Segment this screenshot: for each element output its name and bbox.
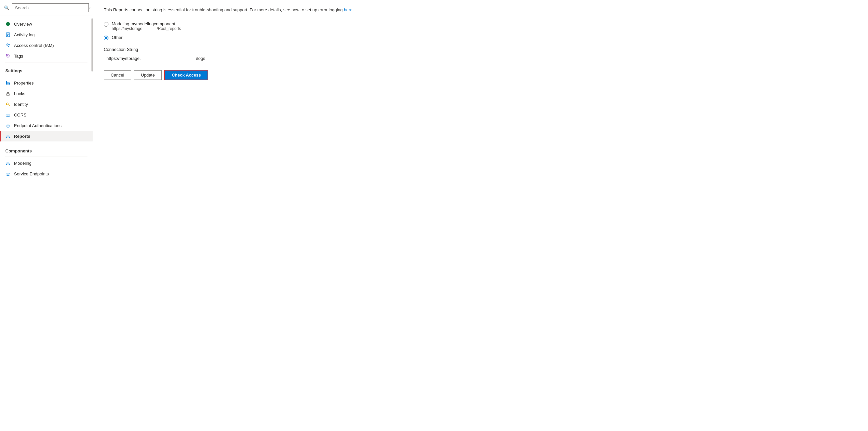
svg-point-18 — [8, 114, 10, 115]
search-icon: 🔍 — [4, 5, 9, 10]
check-access-button[interactable]: Check Access — [164, 70, 208, 80]
sidebar-item-locks[interactable]: Locks — [0, 88, 93, 99]
connection-string-input[interactable] — [104, 54, 403, 63]
sidebar-item-label: Access control (IAM) — [14, 43, 54, 48]
sidebar-item-overview[interactable]: Overview — [0, 19, 93, 29]
svg-point-26 — [8, 136, 10, 137]
nav-divider-4 — [5, 156, 88, 156]
button-row: Cancel Update Check Access — [104, 70, 857, 80]
info-text: This Reports connection string is essent… — [104, 7, 857, 13]
doc-icon — [5, 32, 11, 37]
search-bar: 🔍 — [0, 0, 93, 16]
sidebar-item-reports[interactable]: Reports — [0, 131, 93, 141]
sidebar-item-label: Properties — [14, 81, 34, 86]
info-link[interactable]: here. — [344, 7, 354, 12]
bars-icon — [5, 80, 11, 86]
radio-other[interactable] — [104, 36, 108, 40]
sidebar-item-label: Identity — [14, 102, 28, 107]
sidebar-item-label: Reports — [14, 134, 30, 139]
svg-point-22 — [8, 125, 10, 126]
svg-point-5 — [7, 44, 8, 45]
radio-option-modeling: Modeling mymodelingcomponent https://mys… — [104, 21, 857, 31]
cloud5-icon — [5, 171, 11, 176]
svg-point-34 — [8, 173, 10, 175]
sidebar-item-label: Endpoint Authentications — [14, 123, 62, 128]
nav-divider-3 — [5, 143, 88, 143]
svg-point-30 — [8, 163, 10, 164]
sidebar-item-label: Locks — [14, 91, 25, 96]
sidebar-item-label: Overview — [14, 22, 32, 27]
settings-section-label: Settings — [0, 64, 93, 75]
cloud-icon — [5, 112, 11, 117]
svg-point-6 — [9, 44, 10, 45]
svg-rect-2 — [7, 34, 9, 34]
svg-rect-8 — [6, 81, 7, 85]
tag-icon — [5, 53, 11, 59]
svg-rect-11 — [7, 93, 9, 95]
svg-rect-10 — [9, 83, 10, 85]
svg-point-0 — [6, 22, 10, 26]
sidebar-nav: Overview Activity log Access control (IA… — [0, 16, 93, 431]
sidebar-item-activity-log[interactable]: Activity log — [0, 29, 93, 40]
sidebar-item-properties[interactable]: Properties — [0, 78, 93, 88]
nav-divider-2 — [5, 76, 88, 76]
connection-string-section: Connection String — [104, 47, 857, 63]
cloud2-icon — [5, 123, 11, 128]
svg-rect-9 — [8, 82, 9, 85]
cancel-button[interactable]: Cancel — [104, 70, 131, 80]
sidebar-item-label: Service Endpoints — [14, 171, 49, 176]
people-icon — [5, 42, 11, 48]
radio-group: Modeling mymodelingcomponent https://mys… — [104, 21, 857, 40]
svg-rect-3 — [7, 35, 9, 35]
sidebar-item-access-control[interactable]: Access control (IAM) — [0, 40, 93, 51]
radio-other-label[interactable]: Other — [112, 35, 123, 40]
key-icon — [5, 102, 11, 107]
sidebar-item-identity[interactable]: Identity — [0, 99, 93, 110]
cloud3-icon — [5, 134, 11, 139]
radio-modeling[interactable] — [104, 22, 108, 27]
cloud4-icon — [5, 161, 11, 166]
sidebar-item-label: Tags — [14, 54, 23, 59]
sidebar-item-label: Activity log — [14, 32, 35, 37]
radio-modeling-main-text: Modeling mymodelingcomponent — [112, 21, 181, 26]
sidebar-item-modeling[interactable]: Modeling — [0, 158, 93, 168]
search-input[interactable] — [12, 3, 89, 12]
components-section-label: Components — [0, 144, 93, 155]
sidebar-item-label: Modeling — [14, 161, 32, 166]
sidebar-item-service-endpoints[interactable]: Service Endpoints — [0, 168, 93, 179]
sidebar-item-endpoint-auth[interactable]: Endpoint Authentications — [0, 120, 93, 131]
sidebar-item-tags[interactable]: Tags — [0, 51, 93, 61]
main-content: This Reports connection string is essent… — [93, 0, 868, 431]
radio-modeling-label[interactable]: Modeling mymodelingcomponent https://mys… — [112, 21, 181, 31]
nav-divider — [5, 63, 88, 63]
scrollbar[interactable] — [91, 18, 93, 71]
svg-point-7 — [7, 55, 8, 56]
sidebar: 🔍 « Overview Activity log — [0, 0, 93, 431]
radio-modeling-sub-text: https://mystorage. /Root_reports — [112, 26, 181, 31]
sidebar-item-cors[interactable]: CORS — [0, 110, 93, 120]
circle-icon — [5, 21, 11, 27]
connection-string-label: Connection String — [104, 47, 857, 52]
radio-option-other: Other — [104, 35, 857, 40]
sidebar-collapse-button[interactable]: « — [87, 5, 93, 12]
radio-other-main-text: Other — [112, 35, 123, 40]
lock-icon — [5, 91, 11, 96]
update-button[interactable]: Update — [134, 70, 162, 80]
sidebar-item-label: CORS — [14, 113, 27, 117]
svg-point-12 — [6, 103, 8, 105]
svg-rect-4 — [7, 35, 8, 36]
